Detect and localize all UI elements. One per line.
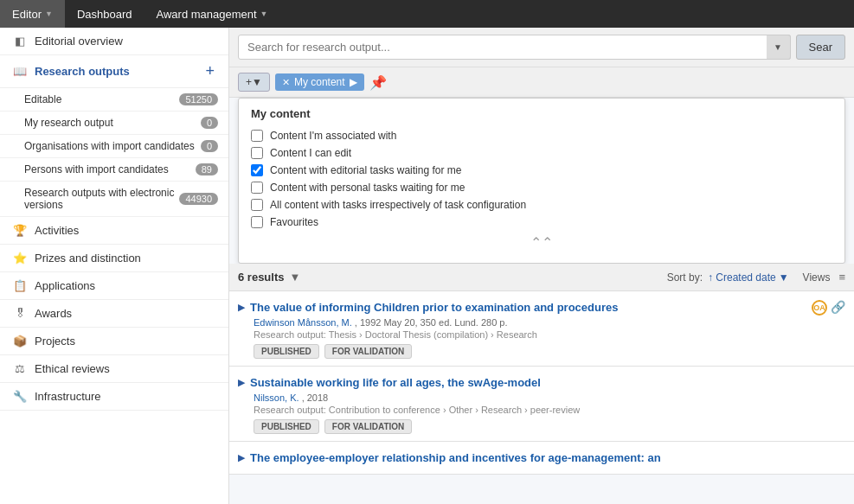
applications-label: Applications <box>35 279 218 292</box>
checkbox-favourites[interactable]: Favourites <box>251 214 832 231</box>
filter-bar: +▼ ✕ My content ▶ 📌 <box>229 67 854 98</box>
views-label: Views <box>803 271 831 284</box>
result-year-info: , 1992 May 20, 350 ed. Lund. 280 p. <box>355 317 508 328</box>
result-expand-button[interactable]: ▶ <box>238 300 245 313</box>
filter-tag-close[interactable]: ✕ <box>282 77 290 88</box>
sidebar-item-infrastructure[interactable]: 🔧 Infrastructure <box>0 383 228 411</box>
sidebar-sub-persons-import[interactable]: Persons with import candidates 89 <box>0 158 228 182</box>
sidebar-item-applications[interactable]: 📋 Applications <box>0 272 228 300</box>
pin-button[interactable]: 📌 <box>369 74 387 91</box>
main-layout: ◧ Editorial overview 📖 Research outputs … <box>0 28 854 504</box>
sidebar-item-research-outputs[interactable]: 📖 Research outputs + <box>0 55 228 88</box>
views-icon[interactable]: ≡ <box>838 271 845 284</box>
checkbox-personal-tasks-input[interactable] <box>251 182 263 194</box>
result-expand-button[interactable]: ▶ <box>238 450 245 463</box>
nav-award-arrow: ▼ <box>260 10 268 18</box>
sidebar-sub-org-import[interactable]: Organisations with import candidates 0 <box>0 135 228 158</box>
nav-editor[interactable]: Editor ▼ <box>0 0 65 28</box>
result-author[interactable]: Edwinson Månsson, M. <box>254 317 352 328</box>
sort-by-value[interactable]: ↑ Created date ▼ <box>708 271 789 284</box>
applications-icon: 📋 <box>10 279 29 292</box>
infrastructure-icon: 🔧 <box>10 390 29 403</box>
checkbox-favourites-input[interactable] <box>251 216 263 228</box>
result-item-header: ▶ Sustainable working life for all ages,… <box>238 375 845 391</box>
sidebar-item-editorial-overview[interactable]: ◧ Editorial overview <box>0 28 228 55</box>
checkbox-personal-tasks[interactable]: Content with personal tasks waiting for … <box>251 179 832 196</box>
nav-award-label: Award management <box>157 8 257 21</box>
sidebar-item-projects[interactable]: 📦 Projects <box>0 328 228 355</box>
result-badges: PUBLISHED FOR VALIDATION <box>238 419 845 434</box>
editorial-overview-icon: ◧ <box>10 35 29 48</box>
org-import-label: Organisations with import candidates <box>24 140 201 152</box>
nav-award-management[interactable]: Award management ▼ <box>144 0 280 28</box>
awards-label: Awards <box>35 307 218 320</box>
my-research-output-label: My research output <box>24 117 201 129</box>
search-button[interactable]: Sear <box>796 35 845 60</box>
sidebar-sub-electronic-versions[interactable]: Research outputs with electronic version… <box>0 182 228 217</box>
filter-tag-label: My content <box>294 76 345 88</box>
dropdown-title: My content <box>251 107 832 120</box>
result-title[interactable]: The employee-employer relationship and i… <box>250 450 845 466</box>
checkbox-can-edit[interactable]: Content I can edit <box>251 144 832 162</box>
editable-label: Editable <box>24 93 179 105</box>
search-dropdown-button[interactable]: ▼ <box>767 35 791 60</box>
editorial-overview-label: Editorial overview <box>35 35 218 48</box>
checkbox-associated[interactable]: Content I'm associated with <box>251 127 832 144</box>
my-content-dropdown: My content Content I'm associated with C… <box>238 98 845 264</box>
result-type: Research output: Thesis › Doctoral Thesi… <box>238 329 845 340</box>
result-title[interactable]: The value of informing Children prior to… <box>250 300 806 316</box>
sidebar-sub-editable[interactable]: Editable 51250 <box>0 88 228 112</box>
results-header: 6 results ▼ Sort by: ↑ Created date ▼ Vi… <box>229 264 854 291</box>
infrastructure-label: Infrastructure <box>35 390 218 403</box>
result-badge-validation: FOR VALIDATION <box>324 419 413 434</box>
filter-tag-my-content[interactable]: ✕ My content ▶ <box>275 73 364 91</box>
sidebar-item-prizes[interactable]: ⭐ Prizes and distinction <box>0 245 228 272</box>
checkbox-can-edit-input[interactable] <box>251 147 263 159</box>
persons-import-badge: 89 <box>196 163 218 175</box>
sidebar-item-ethical-reviews[interactable]: ⚖ Ethical reviews <box>0 355 228 383</box>
sidebar-sub-my-research-output[interactable]: My research output 0 <box>0 112 228 135</box>
open-access-icon[interactable]: OA <box>812 300 827 316</box>
checkbox-associated-input[interactable] <box>251 130 263 142</box>
persons-import-label: Persons with import candidates <box>24 163 196 175</box>
nav-dashboard[interactable]: Dashboard <box>65 0 144 28</box>
filter-tag-dropdown-arrow[interactable]: ▶ <box>350 76 357 88</box>
checkbox-personal-tasks-label: Content with personal tasks waiting for … <box>270 182 465 194</box>
top-navigation: Editor ▼ Dashboard Award management ▼ <box>0 0 854 28</box>
result-item: ▶ The value of informing Children prior … <box>229 291 854 367</box>
checkbox-all-tasks[interactable]: All content with tasks irrespectively of… <box>251 196 832 214</box>
search-input[interactable] <box>238 35 791 60</box>
ethical-reviews-icon: ⚖ <box>10 362 29 375</box>
results-filter-button[interactable]: ▼ <box>289 271 300 284</box>
checkbox-can-edit-label: Content I can edit <box>270 147 351 159</box>
sidebar-item-activities[interactable]: 🏆 Activities <box>0 217 228 245</box>
checkbox-editorial-tasks[interactable]: Content with editorial tasks waiting for… <box>251 162 832 179</box>
result-item-header: ▶ The employee-employer relationship and… <box>238 450 845 466</box>
sort-by-label: Sort by: <box>667 271 703 284</box>
add-research-output-button[interactable]: + <box>202 62 218 80</box>
nav-dashboard-label: Dashboard <box>77 8 132 21</box>
projects-label: Projects <box>35 335 218 348</box>
ethical-reviews-label: Ethical reviews <box>35 362 218 375</box>
activities-icon: 🏆 <box>10 224 29 237</box>
link-icon[interactable]: 🔗 <box>831 300 845 316</box>
result-title[interactable]: Sustainable working life for all ages, t… <box>250 375 845 391</box>
content-area: ▼ Sear +▼ ✕ My content ▶ 📌 My content Co… <box>229 28 854 504</box>
checkbox-editorial-tasks-input[interactable] <box>251 164 263 176</box>
checkbox-all-tasks-label: All content with tasks irrespectively of… <box>270 199 526 211</box>
sidebar-item-awards[interactable]: 🎖 Awards <box>0 300 228 328</box>
filter-add-button[interactable]: +▼ <box>238 73 270 92</box>
result-meta: Nilsson, K. , 2018 <box>238 392 845 403</box>
checkbox-all-tasks-input[interactable] <box>251 199 263 211</box>
my-research-output-badge: 0 <box>201 117 218 129</box>
result-expand-button[interactable]: ▶ <box>238 375 245 388</box>
sort-by-value-text: ↑ Created date <box>708 271 776 284</box>
filter-add-icon: +▼ <box>246 76 262 88</box>
result-badge-published: PUBLISHED <box>254 419 319 434</box>
editable-badge: 51250 <box>179 93 218 105</box>
result-badge-validation: FOR VALIDATION <box>324 344 413 359</box>
result-author[interactable]: Nilsson, K. <box>254 392 299 403</box>
projects-icon: 📦 <box>10 335 29 348</box>
collapse-button[interactable]: ⌃⌃ <box>251 231 832 254</box>
sort-by-dropdown-arrow[interactable]: ▼ <box>779 271 789 284</box>
